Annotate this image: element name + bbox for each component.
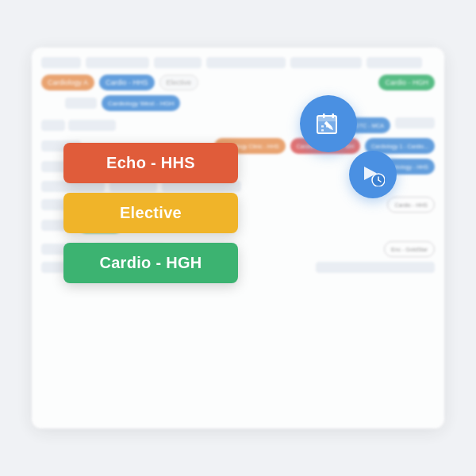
send-clock-icon[interactable]	[349, 151, 397, 198]
calendar-edit-icon[interactable]	[300, 95, 357, 152]
elective-card: Elective	[63, 193, 238, 233]
cardio-hgh-card: Cardio - HGH	[63, 243, 238, 283]
svg-rect-4	[332, 113, 335, 118]
echo-hhs-card: Echo - HHS	[63, 143, 238, 183]
svg-rect-7	[321, 129, 324, 132]
svg-rect-3	[323, 113, 325, 118]
main-scene: Cardiology A Cardio - HHS Elective Cardi…	[32, 48, 444, 428]
svg-rect-5	[321, 125, 324, 128]
cards-container: Echo - HHS Elective Cardio - HGH	[63, 143, 238, 283]
